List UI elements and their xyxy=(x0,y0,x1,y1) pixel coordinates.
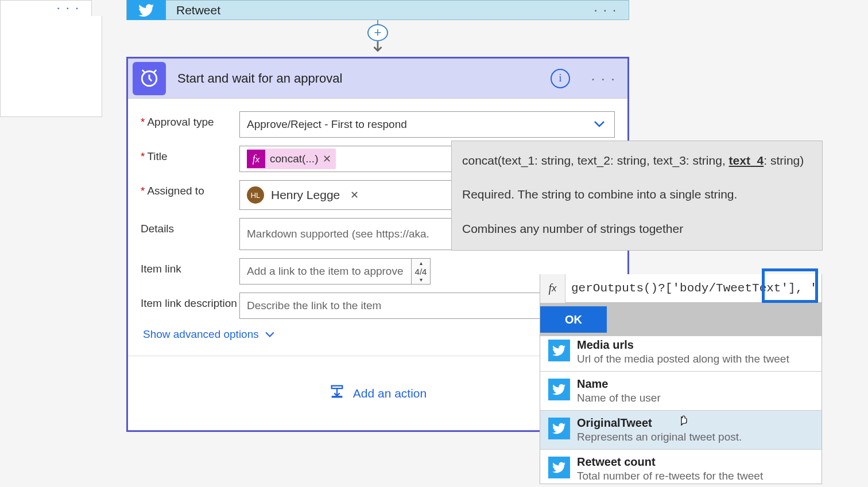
function-signature: concat(text_1: string, text_2: string, t… xyxy=(462,151,812,172)
item-link-placeholder: Add a link to the item to approve xyxy=(247,265,404,278)
approval-icon xyxy=(133,62,166,95)
dynamic-content-item-media-urls[interactable]: Media urls Url of the media posted along… xyxy=(540,336,822,371)
expression-panel: fx gerOutputs()?['body/TweetText'], ' ',… xyxy=(540,274,822,484)
add-action-button[interactable]: Add an action xyxy=(329,384,427,403)
dc-title: OriginalTweet xyxy=(577,416,742,430)
label-details: Details xyxy=(141,218,239,235)
expression-tooltip: concat(text_1: string, text_2: string, t… xyxy=(451,141,823,251)
label-approval-type: *Approval type xyxy=(141,111,239,128)
item-link-input[interactable]: Add a link to the item to approve xyxy=(239,258,412,285)
add-action-icon xyxy=(329,384,345,403)
param-required-text: Required. The string to combine into a s… xyxy=(462,185,812,204)
svg-rect-2 xyxy=(331,396,342,398)
label-item-link-desc: Item link description xyxy=(141,293,239,310)
twitter-icon xyxy=(127,0,166,20)
fx-icon: fx xyxy=(540,274,565,303)
retweet-action-card[interactable]: Retweet · · · xyxy=(126,0,629,20)
dynamic-content-item-original-tweet[interactable]: OriginalTweet Represents an original twe… xyxy=(540,410,822,449)
fx-concat-chip[interactable]: fx concat(...) ✕ xyxy=(247,149,336,169)
dc-title: Media urls xyxy=(577,338,789,352)
item-link-desc-placeholder: Describe the link to the item xyxy=(247,299,381,312)
approval-menu-dots[interactable]: · · · xyxy=(591,71,616,87)
label-title: *Title xyxy=(141,146,239,163)
chevron-down-icon xyxy=(265,328,275,341)
dc-desc: Url of the media posted along with the t… xyxy=(577,353,789,365)
user-chip[interactable]: HL Henry Legge ✕ xyxy=(247,186,359,204)
twitter-icon xyxy=(548,457,570,478)
flow-connector: + xyxy=(126,20,629,57)
ok-button[interactable]: OK xyxy=(540,306,607,333)
approval-type-dropdown[interactable]: Approve/Reject - First to respond xyxy=(239,111,615,138)
details-placeholder: Markdown supported (see https://aka. xyxy=(247,228,429,240)
dc-desc: Represents an original tweet post. xyxy=(577,431,742,443)
approval-type-value: Approve/Reject - First to respond xyxy=(247,118,407,131)
stepper-down-icon[interactable]: ▾ xyxy=(420,276,423,283)
fx-icon: fx xyxy=(247,150,265,168)
card-menu-dots[interactable]: · · · xyxy=(56,1,80,15)
approval-title: Start and wait for an approval xyxy=(177,71,342,86)
stepper-up-icon[interactable]: ▴ xyxy=(420,260,423,266)
mouse-cursor-icon xyxy=(677,414,691,430)
expression-input-row: fx gerOutputs()?['body/TweetText'], ' ', xyxy=(540,274,822,303)
expression-actions: OK xyxy=(540,303,822,336)
retweet-menu-dots[interactable]: · · · xyxy=(594,3,617,18)
label-assigned: *Assigned to xyxy=(141,180,239,197)
user-remove-icon[interactable]: ✕ xyxy=(350,189,359,201)
function-description: Combines any number of strings together xyxy=(462,220,812,239)
chip-remove-icon[interactable]: ✕ xyxy=(323,153,331,165)
chevron-down-icon xyxy=(594,119,605,131)
collapsed-card-body xyxy=(0,16,102,117)
label-item-link: Item link xyxy=(141,258,239,275)
twitter-icon xyxy=(548,340,570,361)
approval-header[interactable]: Start and wait for an approval i · · · xyxy=(128,59,627,99)
retweet-title: Retweet xyxy=(176,3,220,17)
fx-chip-label: concat(...) xyxy=(270,153,318,165)
item-link-stepper[interactable]: ▴ 4/4 ▾ xyxy=(411,258,431,285)
insert-step-button[interactable]: + xyxy=(367,24,388,41)
stepper-value: 4/4 xyxy=(415,267,427,276)
twitter-icon xyxy=(548,418,570,439)
dc-title: Retweet count xyxy=(577,455,763,469)
dynamic-content-item-name[interactable]: Name Name of the user xyxy=(540,371,822,410)
dc-desc: Name of the user xyxy=(577,392,661,404)
svg-rect-1 xyxy=(331,386,342,389)
connector-line xyxy=(377,20,378,24)
dynamic-content-list: Media urls Url of the media posted along… xyxy=(540,336,822,484)
arrow-down-icon xyxy=(370,40,385,57)
dc-title: Name xyxy=(577,377,661,391)
dc-desc: Total number of re-tweets for the tweet xyxy=(577,470,763,482)
info-icon[interactable]: i xyxy=(551,69,570,88)
expression-input[interactable]: gerOutputs()?['body/TweetText'], ' ', xyxy=(565,282,822,295)
twitter-icon xyxy=(548,379,570,400)
show-advanced-options[interactable]: Show advanced options xyxy=(143,328,275,341)
user-name: Henry Legge xyxy=(271,188,340,202)
row-approval-type: *Approval type Approve/Reject - First to… xyxy=(141,111,615,138)
collapsed-card-top: · · · xyxy=(0,0,92,17)
avatar: HL xyxy=(247,186,264,204)
dynamic-content-item-retweet-count[interactable]: Retweet count Total number of re-tweets … xyxy=(540,449,822,484)
